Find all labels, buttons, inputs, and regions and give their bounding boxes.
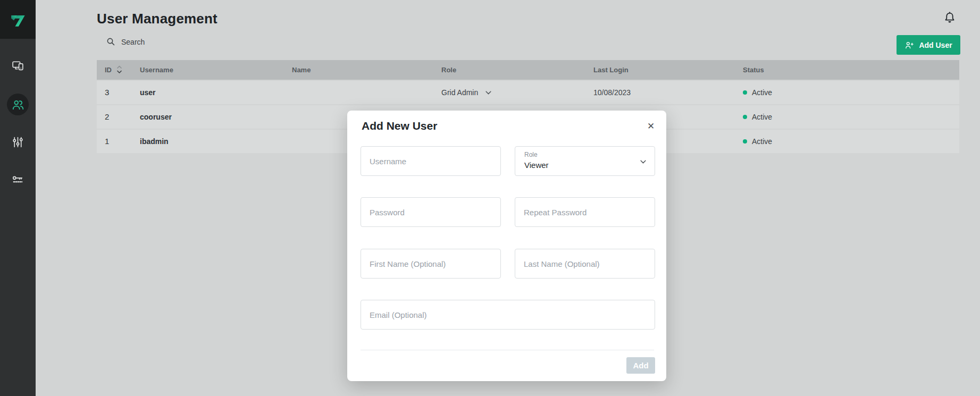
cell-username: ibadmin	[140, 130, 169, 153]
table-header-row: ID Username Name Role Last Login Status	[97, 60, 959, 80]
add-new-user-modal: Add New User ✕ Role Viewer Add	[347, 111, 666, 381]
brand-logo-icon	[8, 10, 28, 30]
status-badge: Active	[743, 105, 772, 129]
brand-logo[interactable]	[0, 0, 36, 39]
status-badge: Active	[743, 130, 772, 153]
column-header-id[interactable]: ID	[105, 60, 112, 80]
role-dropdown-value: Grid Admin	[441, 81, 478, 104]
status-dot-icon	[743, 139, 747, 144]
cell-id: 2	[105, 105, 109, 129]
cell-id: 1	[105, 130, 109, 153]
devices-icon	[11, 59, 24, 72]
column-header-name[interactable]: Name	[292, 60, 311, 80]
add-user-icon	[904, 40, 914, 50]
status-dot-icon	[743, 115, 747, 119]
search-placeholder: Search	[121, 38, 145, 46]
cell-username: cooruser	[140, 105, 172, 129]
status-label: Active	[752, 105, 772, 129]
first-name-field[interactable]	[361, 249, 501, 279]
key-icon	[11, 173, 24, 187]
last-name-field[interactable]	[515, 249, 655, 279]
role-select[interactable]: Role Viewer	[515, 146, 655, 176]
status-label: Active	[752, 81, 772, 104]
status-label: Active	[752, 130, 772, 153]
sliders-icon	[11, 136, 24, 149]
role-select-value: Viewer	[524, 161, 549, 170]
column-header-role[interactable]: Role	[441, 60, 456, 80]
repeat-password-field[interactable]	[515, 197, 655, 227]
sidebar-item-access-keys[interactable]	[7, 169, 29, 191]
users-icon	[11, 98, 25, 112]
modal-title: Add New User	[362, 120, 437, 132]
chevron-down-icon	[485, 91, 491, 95]
chevron-down-icon	[640, 160, 646, 164]
password-field[interactable]	[361, 197, 501, 227]
status-badge: Active	[743, 81, 772, 104]
sidebar-item-devices[interactable]	[7, 55, 29, 77]
close-icon[interactable]: ✕	[643, 118, 659, 134]
cell-username: user	[140, 81, 156, 104]
email-field[interactable]	[361, 300, 655, 330]
sidebar	[0, 0, 36, 396]
role-dropdown[interactable]: Grid Admin	[441, 81, 491, 104]
search-input[interactable]: Search	[106, 37, 145, 46]
status-dot-icon	[743, 90, 747, 95]
modal-footer-divider	[361, 350, 654, 350]
table-row[interactable]: 3 user Grid Admin 10/08/2023 Active	[97, 81, 959, 104]
username-field[interactable]	[361, 146, 501, 176]
notifications-button[interactable]	[942, 11, 957, 28]
page-title: User Management	[97, 11, 217, 27]
add-user-button[interactable]: Add User	[897, 35, 960, 55]
sort-icon[interactable]	[116, 65, 122, 76]
column-header-last-login[interactable]: Last Login	[593, 60, 629, 80]
column-header-status[interactable]: Status	[743, 60, 764, 80]
sidebar-item-settings[interactable]	[7, 131, 29, 153]
add-button[interactable]: Add	[626, 357, 655, 374]
add-user-button-label: Add User	[919, 41, 952, 49]
search-icon	[106, 37, 115, 46]
role-select-label: Role	[524, 151, 538, 158]
cell-last-login: 10/08/2023	[593, 81, 631, 104]
bell-icon	[942, 11, 957, 26]
sidebar-item-users[interactable]	[7, 94, 29, 115]
column-header-username[interactable]: Username	[140, 60, 173, 80]
cell-id: 3	[105, 81, 109, 104]
